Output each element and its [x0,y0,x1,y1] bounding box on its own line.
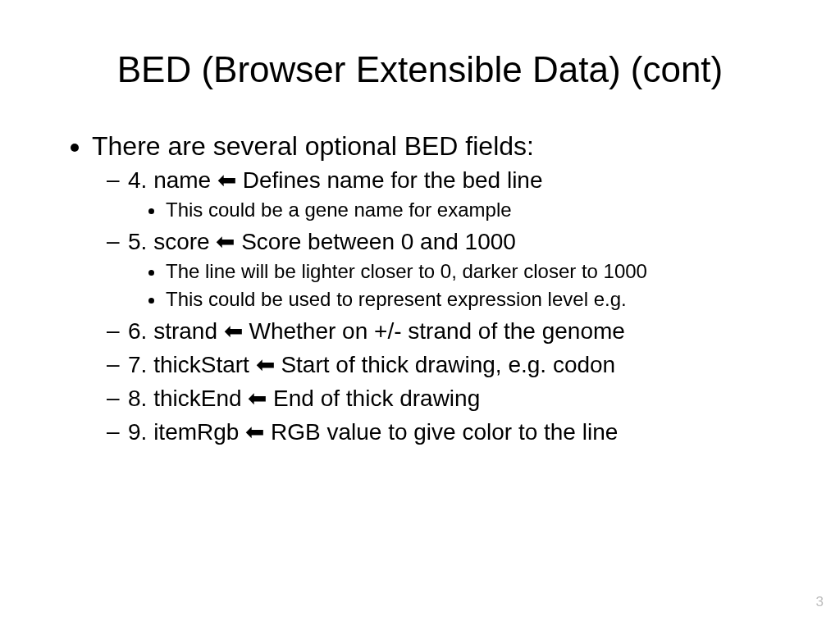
field-strand: 6. strand ⬅ Whether on +/- strand of the… [128,317,791,345]
field-label: 6. strand [128,318,217,344]
field-itemrgb: 9. itemRgb ⬅ RGB value to give color to … [128,418,791,445]
slide-title: BED (Browser Extensible Data) (cont) [49,49,791,90]
intro-text: There are several optional BED fields: [92,131,534,161]
left-arrow-icon: ⬅ [216,229,235,254]
field-desc: RGB value to give color to the line [264,419,618,445]
bullet-list-level3: The line will be lighter closer to 0, da… [128,260,791,311]
field-desc: Defines name for the bed line [236,167,543,193]
left-arrow-icon: ⬅ [256,352,275,377]
field-label: 8. thickEnd [128,386,242,411]
sub-item: This could be used to represent expressi… [166,288,791,311]
bullet-list-level2: 4. name ⬅ Defines name for the bed line … [92,167,791,445]
bullet-list-level3: This could be a gene name for example [128,199,791,221]
field-thickstart: 7. thickStart ⬅ Start of thick drawing, … [128,351,791,378]
left-arrow-icon: ⬅ [224,318,243,344]
sub-item: The line will be lighter closer to 0, da… [166,260,791,283]
field-name: 4. name ⬅ Defines name for the bed line … [128,167,791,221]
slide: BED (Browser Extensible Data) (cont) The… [0,0,840,630]
field-label: 4. name [128,167,211,193]
left-arrow-icon: ⬅ [245,419,264,445]
page-number: 3 [816,594,824,610]
field-desc: Start of thick drawing, e.g. codon [275,352,616,377]
sub-item: This could be a gene name for example [166,199,791,221]
left-arrow-icon: ⬅ [248,386,267,411]
field-label: 9. itemRgb [128,419,239,445]
field-label: 5. score [128,229,210,254]
field-desc: Whether on +/- strand of the genome [243,318,625,344]
field-score: 5. score ⬅ Score between 0 and 1000 The … [128,228,791,311]
field-desc: Score between 0 and 1000 [235,229,515,254]
left-arrow-icon: ⬅ [217,167,236,193]
bullet-list-level1: There are several optional BED fields: 4… [49,131,791,445]
field-desc: End of thick drawing [267,386,480,411]
field-label: 7. thickStart [128,352,249,377]
field-thickend: 8. thickEnd ⬅ End of thick drawing [128,385,791,412]
intro-item: There are several optional BED fields: 4… [92,131,791,445]
